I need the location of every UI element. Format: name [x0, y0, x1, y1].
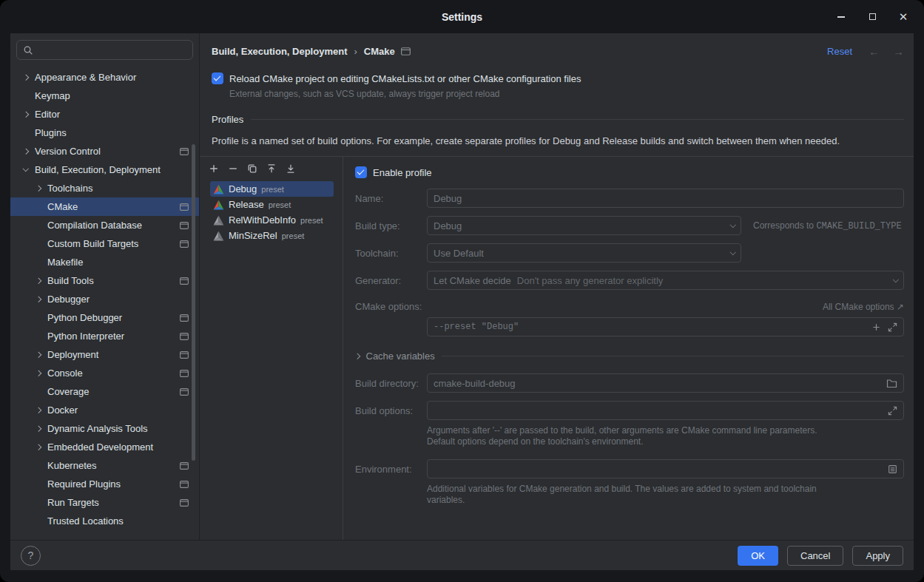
settings-search[interactable] [16, 40, 193, 60]
sidebar-item-python-interpreter[interactable]: Python Interpreter [10, 327, 199, 345]
sidebar-item-build-tools[interactable]: Build Tools [10, 271, 199, 290]
build-options-field[interactable] [427, 401, 904, 420]
sidebar-item-label: Run Targets [47, 497, 99, 508]
preset-badge: preset [269, 200, 291, 209]
project-level-icon [401, 47, 411, 55]
project-level-icon [180, 148, 189, 155]
sidebar-item-console[interactable]: Console [10, 364, 199, 382]
sidebar-item-makefile[interactable]: Makefile [10, 253, 199, 271]
expand-icon[interactable] [888, 322, 897, 332]
build-directory-field[interactable]: cmake-build-debug [427, 373, 904, 393]
settings-tree: Appearance & BehaviorKeymapEditorPlugins… [10, 68, 199, 540]
forward-arrow-icon[interactable]: → [893, 45, 904, 58]
profiles-title: Profiles [212, 114, 243, 125]
copy-profile-button[interactable] [246, 163, 258, 175]
sidebar-item-build-execution-deployment[interactable]: Build, Execution, Deployment [10, 160, 199, 179]
sidebar-item-appearance-behavior[interactable]: Appearance & Behavior [10, 68, 199, 87]
sidebar-item-required-plugins[interactable]: Required Plugins [10, 475, 199, 493]
sidebar-item-trusted-locations[interactable]: Trusted Locations [10, 512, 199, 530]
profile-item-relwithdebinfo[interactable]: RelWithDebInfopreset [210, 212, 334, 228]
sidebar-item-plugins[interactable]: Plugins [10, 123, 199, 142]
toolchain-value: Use Default [434, 248, 484, 259]
cmake-logo-icon [213, 184, 224, 194]
expand-icon[interactable] [888, 406, 897, 416]
profiles-section-header: Profiles [212, 114, 904, 125]
sidebar-item-toolchains[interactable]: Toolchains [10, 179, 199, 197]
chevron-right-icon[interactable] [24, 112, 35, 117]
chevron-right-icon[interactable] [36, 279, 47, 283]
ok-button[interactable]: OK [738, 546, 778, 566]
generator-select[interactable]: Let CMake decide Don't pass any generato… [427, 271, 904, 290]
sidebar-item-docker[interactable]: Docker [10, 401, 199, 419]
profile-item-minsizerel[interactable]: MinSizeRelpreset [210, 228, 334, 243]
sidebar-item-embedded-development[interactable]: Embedded Development [10, 438, 199, 456]
sidebar-item-python-debugger[interactable]: Python Debugger [10, 308, 199, 327]
sidebar-item-version-control[interactable]: Version Control [10, 142, 199, 160]
sidebar-item-debugger[interactable]: Debugger [10, 290, 199, 308]
profile-item-debug[interactable]: Debugpreset [210, 181, 334, 197]
chevron-right-icon[interactable] [36, 186, 47, 191]
build-type-value: Debug [434, 220, 462, 231]
profile-item-release[interactable]: Releasepreset [210, 197, 334, 212]
sidebar-item-label: Dynamic Analysis Tools [47, 423, 148, 434]
sidebar-item-compilation-database[interactable]: Compilation Database [10, 216, 199, 234]
chevron-right-icon[interactable] [36, 371, 47, 376]
sidebar-item-label: Appearance & Behavior [35, 72, 136, 83]
sidebar-item-coverage[interactable]: Coverage [10, 382, 199, 401]
project-level-icon [180, 370, 189, 377]
chevron-right-icon[interactable] [36, 408, 47, 413]
minimize-button[interactable] [835, 11, 847, 23]
sidebar-item-run-targets[interactable]: Run Targets [10, 493, 199, 512]
chevron-right-icon[interactable] [36, 427, 47, 431]
enable-profile-checkbox[interactable] [355, 166, 367, 178]
toolchain-select[interactable]: Use Default [427, 243, 741, 263]
sidebar-item-keymap[interactable]: Keymap [10, 87, 199, 105]
profile-list: DebugpresetReleasepresetRelWithDebInfopr… [200, 181, 343, 243]
build-type-select[interactable]: Debug [427, 216, 741, 235]
cmake-logo-icon [213, 200, 224, 210]
field-icons [888, 406, 897, 416]
sidebar-item-cmake[interactable]: CMake [10, 197, 199, 216]
environment-help: Additional variables for CMake generatio… [427, 484, 904, 506]
chevron-down-icon[interactable] [24, 169, 35, 171]
search-input[interactable] [38, 44, 186, 56]
cmake-options-row: --preset "Debug" [355, 317, 904, 336]
variables-list-icon[interactable] [888, 464, 897, 474]
reset-link[interactable]: Reset [827, 46, 852, 57]
preset-badge: preset [261, 185, 284, 194]
chevron-right-icon[interactable] [36, 445, 47, 450]
add-icon[interactable] [871, 322, 881, 332]
toolchain-row: Toolchain: Use Default [355, 243, 904, 263]
help-button[interactable]: ? [21, 546, 41, 566]
chevron-right-icon[interactable] [36, 297, 47, 302]
move-down-button[interactable] [285, 163, 297, 175]
cancel-button[interactable]: Cancel [787, 546, 843, 566]
sidebar-item-kubernetes[interactable]: Kubernetes [10, 456, 199, 475]
sidebar-item-label: Embedded Development [47, 441, 153, 453]
apply-button[interactable]: Apply [852, 546, 903, 566]
remove-profile-button[interactable] [227, 163, 239, 175]
window-title: Settings [442, 11, 482, 23]
all-cmake-options-link[interactable]: All CMake options ↗ [823, 302, 904, 312]
name-field[interactable]: Debug [427, 189, 904, 208]
back-arrow-icon[interactable]: ← [869, 45, 880, 58]
sidebar-item-editor[interactable]: Editor [10, 105, 199, 123]
reload-checkbox[interactable] [212, 72, 223, 84]
folder-icon[interactable] [886, 379, 897, 388]
move-up-button[interactable] [266, 163, 277, 175]
sidebar-scrollbar[interactable] [192, 144, 195, 461]
add-profile-button[interactable] [208, 163, 220, 175]
close-button[interactable]: ✕ [897, 11, 909, 23]
chevron-right-icon[interactable] [36, 353, 47, 357]
cmake-options-field[interactable]: --preset "Debug" [427, 317, 904, 336]
chevron-right-icon[interactable] [24, 149, 35, 154]
cmake-options-label: CMake options: [355, 301, 427, 312]
environment-field[interactable] [427, 459, 904, 478]
maximize-button[interactable] [866, 11, 878, 23]
sidebar-item-deployment[interactable]: Deployment [10, 345, 199, 364]
sidebar-item-label: Docker [47, 405, 78, 416]
sidebar-item-custom-build-targets[interactable]: Custom Build Targets [10, 234, 199, 253]
sidebar-item-dynamic-analysis-tools[interactable]: Dynamic Analysis Tools [10, 419, 199, 438]
cache-variables-toggle[interactable]: Cache variables [355, 351, 904, 362]
chevron-right-icon[interactable] [24, 75, 35, 80]
